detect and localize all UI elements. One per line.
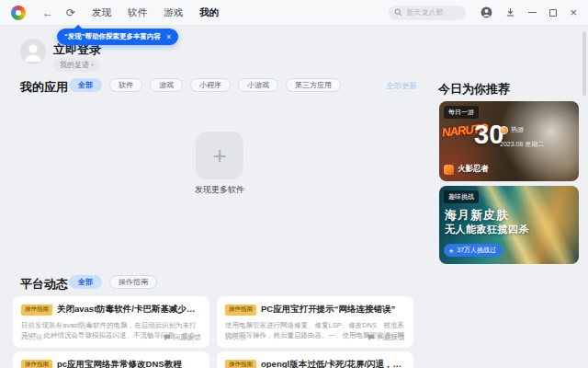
tooltip-close-icon[interactable]: × [166, 32, 171, 41]
my-apps-filter-tabs: 全部 软件 游戏 小程序 小游戏 第三方应用 [69, 78, 341, 92]
news-time: 29天前 [225, 333, 246, 342]
app-window: ← ⟳ 发现 软件 游戏 我的 × “发现”帮助你探索更多丰富内容 × [0, 0, 588, 368]
tab-mini-programs[interactable]: 小程序 [190, 78, 231, 92]
tooltip-text: “发现”帮助你探索更多丰富内容 [64, 32, 161, 41]
main-nav: 发现 软件 游戏 我的 [92, 6, 219, 19]
discover-more-label: 发现更多软件 [183, 184, 256, 196]
tab-third-party[interactable]: 第三方应用 [286, 78, 341, 92]
maximize-icon[interactable] [549, 9, 557, 17]
challenge-stat: 37万人挑战过 [457, 246, 496, 255]
close-icon[interactable]: × [570, 6, 577, 19]
challenge-badge: 趣味挑战 [444, 190, 479, 203]
news-badge: 操作指南 [21, 305, 52, 316]
minimize-icon[interactable] [528, 12, 537, 14]
tab-mini-games[interactable]: 小游戏 [238, 78, 278, 92]
calendar-date: 2023.08 星期二 [500, 140, 544, 149]
daily-game-card[interactable]: 每日一游 NARUTO 30 热游 2023.08 星期二 火影忍者 [439, 101, 579, 181]
speech-bubble-icon [368, 334, 375, 341]
news-badge: 操作指南 [21, 360, 52, 368]
nav-item-software[interactable]: 软件 [128, 6, 147, 19]
challenge-card[interactable]: 趣味挑战 海月新皮肤 无人能敌狂揽四杀 ★ 37万人挑战过 [439, 186, 579, 264]
discover-more-card[interactable]: + [196, 132, 243, 179]
news-title-text: opengl版本过低/卡死/花屏/闪退，升级显卡驱动… [261, 359, 405, 368]
challenge-stat-pill: ★ 37万人挑战过 [444, 244, 503, 257]
news-title-text: PC应用宝打开提示“网络连接错误” [261, 304, 395, 316]
speech-bubble-icon [164, 334, 171, 341]
challenge-title-line1: 海月新皮肤 [445, 207, 509, 224]
search-box[interactable] [389, 6, 466, 20]
news-title-text: pc应用宝网络异常修改DNS教程 [57, 359, 182, 368]
refresh-icon[interactable]: ⟳ [66, 7, 75, 18]
game-name-row: 火影忍者 [444, 164, 489, 175]
medal-icon: ★ [448, 247, 454, 254]
recommend-title: 今日为你推荐 [438, 81, 510, 98]
challenge-title-line2: 无人能敌狂揽四杀 [445, 223, 529, 236]
update-all-link[interactable]: 全部更新 [386, 81, 417, 92]
news-card-head: 操作指南 pc应用宝网络异常修改DNS教程 [21, 359, 201, 368]
game-tag-icon [500, 126, 508, 134]
news-badge: 操作指南 [225, 360, 256, 368]
window-controls: × [481, 6, 577, 19]
avatar-placeholder-icon [20, 39, 46, 64]
news-card-head: 操作指南 opengl版本过低/卡死/花屏/闪退，升级显卡驱动… [225, 359, 405, 368]
daily-game-badge: 每日一游 [444, 106, 479, 119]
game-app-icon [444, 165, 454, 175]
game-tag-label: 热游 [511, 125, 524, 134]
scrollbar[interactable] [582, 31, 586, 96]
my-apps-title: 我的应用 [20, 79, 68, 96]
discover-tooltip: “发现”帮助你探索更多丰富内容 × [57, 29, 178, 45]
plus-icon: + [212, 144, 226, 167]
download-manager-icon[interactable] [505, 7, 515, 17]
platform-news-tabs: 全部 操作指南 [69, 275, 157, 289]
content-area: “发现”帮助你探索更多丰富内容 × 立即登录 我的足迹 › 我的应用 全部 软件… [0, 26, 588, 368]
news-time: 26天前 [21, 333, 42, 342]
my-footprints-link[interactable]: 我的足迹 › [53, 58, 100, 72]
platform-news-title: 平台动态 [20, 276, 68, 293]
feedback-link[interactable]: 问题反馈 [164, 333, 201, 342]
search-icon [394, 7, 402, 17]
back-icon[interactable]: ← [42, 7, 53, 18]
news-title-text: 关闭avast防毒软件/卡巴斯基减少卡顿现象 [57, 304, 201, 316]
nav-item-mine[interactable]: 我的 [199, 6, 219, 19]
feedback-link[interactable]: 问题反馈 [368, 333, 405, 342]
tab-all[interactable]: 全部 [69, 78, 102, 92]
avatar[interactable] [20, 39, 46, 64]
nav-item-discover[interactable]: 发现 [92, 6, 111, 19]
tab-games[interactable]: 游戏 [150, 78, 183, 92]
news-tab-guide[interactable]: 操作指南 [109, 275, 157, 289]
search-input[interactable] [406, 8, 460, 17]
news-badge: 操作指南 [225, 305, 256, 316]
news-footer: 29天前 问题反馈 [225, 333, 405, 342]
nav-item-games[interactable]: 游戏 [164, 6, 183, 19]
titlebar: ← ⟳ 发现 软件 游戏 我的 × [0, 0, 588, 26]
news-card-head: 操作指南 关闭avast防毒软件/卡巴斯基减少卡顿现象 [21, 304, 201, 316]
tab-software[interactable]: 软件 [109, 78, 142, 92]
news-card-head: 操作指南 PC应用宝打开提示“网络连接错误” [225, 304, 405, 316]
news-footer: 26天前 问题反馈 [21, 333, 201, 342]
game-tag: 热游 [500, 125, 524, 134]
news-card[interactable]: 操作指南 opengl版本过低/卡死/花屏/闪退，升级显卡驱动… [217, 351, 413, 368]
news-card[interactable]: 操作指南 pc应用宝网络异常修改DNS教程 [13, 351, 209, 368]
news-card[interactable]: 操作指南 关闭avast防毒软件/卡巴斯基减少卡顿现象 日前发现装有avast防… [13, 296, 209, 348]
app-logo-icon[interactable] [11, 6, 26, 20]
news-card[interactable]: 操作指南 PC应用宝打开提示“网络连接错误” 使用电脑管家进行网络修复、修复LS… [217, 296, 413, 348]
game-name: 火影忍者 [458, 164, 489, 175]
feedback-label: 问题反馈 [174, 333, 201, 342]
feedback-label: 问题反馈 [378, 333, 405, 342]
user-account-icon[interactable] [481, 6, 492, 18]
news-tab-all[interactable]: 全部 [69, 275, 102, 289]
